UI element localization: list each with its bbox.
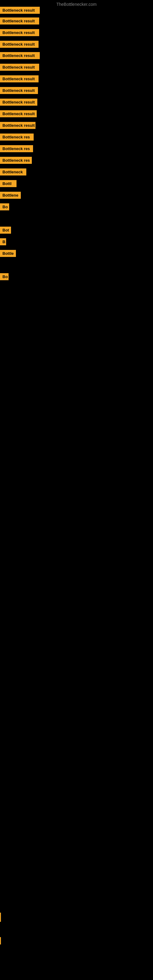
badge-13: Bottleneck res	[0, 145, 33, 152]
badge-8: Bottleneck result	[0, 87, 38, 94]
line-2	[0, 937, 1, 945]
badge-7: Bottleneck result	[0, 75, 38, 83]
badge-3: Bottleneck result	[0, 29, 39, 36]
badge-19: Bot	[0, 227, 11, 234]
badge-5: Bottleneck result	[0, 52, 40, 59]
badge-11: Bottleneck result	[0, 122, 35, 129]
line-1	[0, 913, 1, 922]
badge-4: Bottleneck result	[0, 41, 38, 48]
badge-1: Bottleneck result	[0, 7, 40, 14]
badge-21: Bottle	[0, 250, 16, 257]
badge-15: Bottleneck	[0, 169, 26, 175]
badge-14: Bottleneck res	[0, 157, 32, 164]
badge-17: Bottlene	[0, 192, 21, 199]
badge-2: Bottleneck result	[0, 18, 39, 24]
badge-12: Bottleneck res	[0, 134, 33, 140]
badge-22: Bo	[0, 273, 9, 280]
badge-6: Bottleneck result	[0, 64, 39, 71]
badge-18: Bo	[0, 204, 9, 210]
badge-9: Bottleneck result	[0, 99, 37, 106]
badge-16: Bottl	[0, 180, 16, 187]
badge-20: B	[0, 238, 6, 245]
badge-10: Bottleneck result	[0, 110, 37, 117]
